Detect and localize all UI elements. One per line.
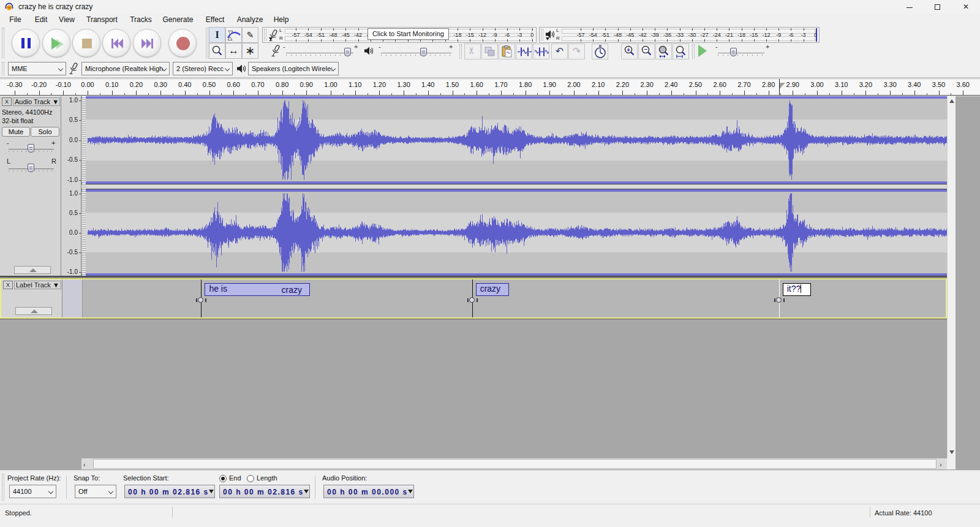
audio-position-field[interactable]: 00 h 00 m 00.000 s	[323, 485, 414, 498]
scroll-down-arrow[interactable]	[949, 450, 954, 454]
timeline-ruler[interactable]: -0.30-0.20-0.100.000.100.200.300.400.500…	[0, 78, 980, 96]
multi-tool[interactable]: ∗	[242, 43, 258, 59]
stop-button[interactable]	[72, 29, 100, 57]
menu-file[interactable]: File	[2, 13, 28, 26]
waveform-left-channel[interactable]	[81, 99, 947, 181]
pan-slider-thumb[interactable]	[28, 164, 34, 172]
envelope-tool[interactable]	[225, 27, 242, 43]
zoom-tool[interactable]	[209, 43, 225, 59]
skip-start-button[interactable]	[102, 29, 130, 57]
selection-start-label: Selection Start:	[123, 474, 169, 482]
menu-view[interactable]: View	[54, 13, 80, 26]
label-box[interactable]: he iscrazy	[205, 283, 310, 296]
play-volume-slider-thumb[interactable]	[420, 48, 427, 56]
toolbar-grip[interactable]	[2, 62, 4, 75]
zoom-selection-button[interactable]	[655, 44, 672, 59]
draw-tool[interactable]: ✎	[242, 27, 258, 43]
label-track[interactable]: XLabel Track ▼he iscrazycrazyit??	[0, 278, 947, 319]
paste-button[interactable]	[499, 44, 515, 59]
rec-volume-slider-thumb[interactable]	[344, 48, 351, 56]
zoom-in-button[interactable]: +	[621, 44, 638, 59]
label-track-collapse-button[interactable]	[15, 307, 52, 315]
cut-button[interactable]: ✂	[464, 44, 481, 59]
menu-tracks[interactable]: Tracks	[124, 13, 157, 26]
menu-effect[interactable]: Effect	[198, 13, 232, 26]
toolbar-grip[interactable]	[459, 44, 462, 59]
copy-button[interactable]	[481, 44, 498, 59]
selection-end-field-spinner[interactable]	[304, 490, 309, 493]
audio-vertical-ruler[interactable]: 1.01.00.50.50.00.0-0.5-0.5-1.0-1.0	[62, 96, 81, 276]
menu-transport[interactable]: Transport	[80, 13, 124, 26]
audio-track-close-button[interactable]: X	[2, 97, 12, 106]
label-anchor-icon[interactable]	[469, 297, 475, 303]
maximize-button[interactable]	[924, 0, 952, 13]
audio-position-field-spinner[interactable]	[408, 490, 413, 493]
selection-end-field[interactable]: 00 h 00 m 02.816 s	[219, 485, 310, 498]
audio-track-title-dropdown[interactable]: Audio Track ▼	[13, 97, 60, 106]
solo-button[interactable]: Solo	[31, 127, 59, 137]
label-anchor-icon[interactable]	[776, 297, 782, 303]
waveform-right-channel[interactable]	[81, 192, 947, 273]
speed-slider-thumb[interactable]	[730, 48, 737, 56]
channels-select[interactable]: 2 (Stereo) Recc	[173, 62, 233, 75]
menu-generate[interactable]: Generate	[157, 13, 198, 26]
horizontal-scrollbar[interactable]: ‹›	[0, 458, 980, 470]
snap-to-select[interactable]: Off	[75, 485, 116, 498]
record-button[interactable]	[168, 29, 197, 57]
label-track-close-button[interactable]: X	[3, 281, 13, 289]
slider-ticks	[286, 55, 353, 56]
speed-slider-track[interactable]	[718, 53, 764, 53]
project-rate-select[interactable]: 44100	[9, 485, 56, 498]
undo-button[interactable]: ↶	[551, 44, 568, 59]
pause-button[interactable]	[12, 29, 40, 57]
selection-start-field-spinner[interactable]	[209, 490, 214, 493]
menu-edit[interactable]: Edit	[28, 13, 54, 26]
close-button[interactable]: ✕	[952, 0, 980, 13]
end-radio[interactable]	[219, 475, 227, 482]
trim-button[interactable]	[516, 44, 532, 59]
hscroll-thumb[interactable]	[93, 459, 937, 469]
redo-button[interactable]: ↷	[568, 44, 585, 59]
label-box[interactable]: crazy	[476, 283, 509, 296]
toolbar-grip[interactable]	[264, 29, 266, 41]
menu-help[interactable]: Help	[268, 13, 294, 26]
timer-button[interactable]	[592, 44, 608, 59]
meter-tick	[680, 28, 680, 31]
scroll-up-arrow[interactable]	[949, 99, 954, 103]
play-at-speed-button[interactable]	[698, 45, 707, 57]
playhead-pointer[interactable]	[780, 83, 785, 89]
toolbar-grip[interactable]	[692, 44, 695, 59]
host-select[interactable]: MME	[8, 62, 66, 75]
menu-analyze[interactable]: Analyze	[232, 13, 268, 26]
hscroll-right-arrow[interactable]: ›	[940, 461, 942, 468]
toolbar-grip[interactable]	[2, 28, 4, 58]
selection-tool[interactable]: I	[209, 27, 225, 43]
play-volume-slider-track[interactable]	[381, 53, 451, 53]
output-select[interactable]: Speakers (Logitech Wirele:	[248, 62, 339, 75]
play-button[interactable]	[42, 29, 70, 57]
vruler-tick	[79, 180, 81, 181]
label-track-title-dropdown[interactable]: Label Track ▼	[14, 281, 61, 289]
silence-button[interactable]	[533, 44, 549, 59]
minimize-button[interactable]	[895, 0, 924, 13]
label-anchor-icon[interactable]	[198, 297, 203, 303]
zoom-out-button[interactable]: −	[638, 44, 655, 59]
zoom-fit-button[interactable]	[673, 44, 689, 59]
hscroll-left-arrow[interactable]: ‹	[83, 461, 86, 468]
label-box[interactable]: it??	[783, 283, 811, 296]
input-select[interactable]: Microphone (Realtek High	[81, 62, 170, 75]
playback-meter[interactable]: LR-57-54-51-48-45-42-39-36-33-30-27-24-2…	[539, 27, 820, 43]
vertical-scrollbar[interactable]	[947, 96, 956, 458]
cut-icon: ✂	[466, 47, 477, 55]
gain-slider-thumb[interactable]	[28, 144, 34, 153]
toolbar-grip[interactable]	[206, 28, 208, 58]
length-radio[interactable]	[247, 475, 254, 482]
audio-track-collapse-button[interactable]	[14, 266, 51, 274]
skip-end-button[interactable]	[133, 29, 161, 57]
toolbar-grip[interactable]	[541, 29, 543, 41]
selection-start-field[interactable]: 00 h 00 m 02.816 s	[124, 485, 215, 498]
toolbar-grip[interactable]	[2, 474, 4, 501]
rec-volume-slider-track[interactable]	[286, 53, 353, 53]
mute-button[interactable]: Mute	[2, 127, 30, 137]
timeshift-tool[interactable]: ↔	[225, 43, 242, 59]
